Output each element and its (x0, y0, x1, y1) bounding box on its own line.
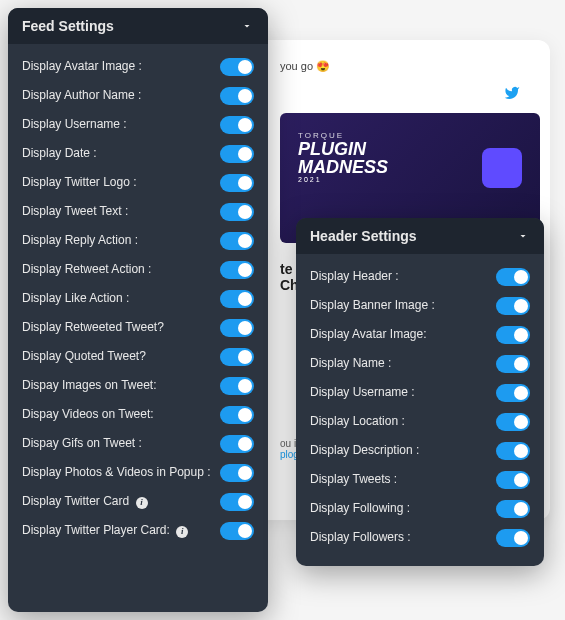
twitter-icon (504, 85, 520, 105)
feed-setting-row: Display Twitter Logo : (22, 168, 254, 197)
feed-setting-toggle[interactable] (220, 174, 254, 192)
feed-setting-label: Display Quoted Tweet? (22, 349, 220, 365)
feed-setting-label: Display Like Action : (22, 291, 220, 307)
feed-setting-label: Display Retweeted Tweet? (22, 320, 220, 336)
feed-setting-row: Display Quoted Tweet? (22, 342, 254, 371)
banner-logo-icon (482, 148, 522, 188)
header-setting-toggle[interactable] (496, 442, 530, 460)
header-setting-label: Display Name : (310, 356, 496, 372)
feed-setting-row: Display Like Action : (22, 284, 254, 313)
header-setting-toggle[interactable] (496, 297, 530, 315)
header-setting-row: Display Avatar Image: (310, 320, 530, 349)
feed-setting-toggle[interactable] (220, 203, 254, 221)
feed-setting-toggle[interactable] (220, 493, 254, 511)
header-setting-row: Display Header : (310, 262, 530, 291)
feed-setting-toggle[interactable] (220, 319, 254, 337)
feed-setting-label: Display Retweet Action : (22, 262, 220, 278)
feed-setting-toggle[interactable] (220, 348, 254, 366)
header-setting-row: Display Location : (310, 407, 530, 436)
feed-setting-label: Display Date : (22, 146, 220, 162)
feed-setting-row: Display Avatar Image : (22, 52, 254, 81)
feed-setting-label: Dispay Images on Tweet: (22, 378, 220, 394)
header-setting-label: Display Avatar Image: (310, 327, 496, 343)
info-icon[interactable]: i (176, 526, 188, 538)
feed-settings-panel: Feed Settings Display Avatar Image :Disp… (8, 8, 268, 612)
header-setting-label: Display Description : (310, 443, 496, 459)
header-setting-toggle[interactable] (496, 500, 530, 518)
feed-setting-row: Display Twitter Card i (22, 487, 254, 516)
header-setting-label: Display Header : (310, 269, 496, 285)
feed-settings-header[interactable]: Feed Settings (8, 8, 268, 44)
header-settings-body: Display Header :Display Banner Image :Di… (296, 254, 544, 566)
feed-setting-toggle[interactable] (220, 464, 254, 482)
header-setting-toggle[interactable] (496, 471, 530, 489)
feed-setting-label: Display Reply Action : (22, 233, 220, 249)
feed-setting-toggle[interactable] (220, 87, 254, 105)
header-setting-toggle[interactable] (496, 413, 530, 431)
header-settings-header[interactable]: Header Settings (296, 218, 544, 254)
header-setting-toggle[interactable] (496, 384, 530, 402)
header-setting-toggle[interactable] (496, 529, 530, 547)
header-setting-row: Display Description : (310, 436, 530, 465)
feed-setting-toggle[interactable] (220, 435, 254, 453)
feed-settings-body: Display Avatar Image :Display Author Nam… (8, 44, 268, 559)
header-setting-toggle[interactable] (496, 326, 530, 344)
feed-setting-toggle[interactable] (220, 290, 254, 308)
feed-setting-row: Display Tweet Text : (22, 197, 254, 226)
info-icon[interactable]: i (136, 497, 148, 509)
feed-setting-row: Display Author Name : (22, 81, 254, 110)
feed-setting-label: Display Twitter Logo : (22, 175, 220, 191)
feed-setting-toggle[interactable] (220, 116, 254, 134)
header-setting-label: Display Following : (310, 501, 496, 517)
header-setting-label: Display Location : (310, 414, 496, 430)
header-settings-title: Header Settings (310, 228, 417, 244)
emoji-icon: 😍 (316, 60, 330, 72)
feed-setting-row: Display Twitter Player Card: i (22, 516, 254, 545)
feed-setting-toggle[interactable] (220, 261, 254, 279)
header-setting-label: Display Followers : (310, 530, 496, 546)
feed-setting-row: Display Retweeted Tweet? (22, 313, 254, 342)
feed-setting-row: Dispay Images on Tweet: (22, 371, 254, 400)
feed-setting-label: Display Tweet Text : (22, 204, 220, 220)
banner-pretitle: TORQUE (298, 131, 522, 140)
feed-setting-label: Display Twitter Player Card: i (22, 523, 220, 539)
feed-setting-toggle[interactable] (220, 58, 254, 76)
feed-setting-toggle[interactable] (220, 522, 254, 540)
feed-setting-row: Display Date : (22, 139, 254, 168)
feed-setting-label: Display Author Name : (22, 88, 220, 104)
header-setting-row: Display Username : (310, 378, 530, 407)
header-setting-label: Display Banner Image : (310, 298, 496, 314)
feed-setting-label: Display Twitter Card i (22, 494, 220, 510)
feed-setting-toggle[interactable] (220, 377, 254, 395)
feed-setting-row: Display Photos & Videos in Popup : (22, 458, 254, 487)
feed-setting-toggle[interactable] (220, 406, 254, 424)
feed-setting-label: Dispay Videos on Tweet: (22, 407, 220, 423)
feed-setting-row: Display Reply Action : (22, 226, 254, 255)
feed-setting-row: Dispay Gifs on Tweet : (22, 429, 254, 458)
feed-setting-label: Display Avatar Image : (22, 59, 220, 75)
feed-setting-row: Display Retweet Action : (22, 255, 254, 284)
header-setting-label: Display Tweets : (310, 472, 496, 488)
header-setting-toggle[interactable] (496, 355, 530, 373)
feed-setting-row: Display Username : (22, 110, 254, 139)
header-setting-toggle[interactable] (496, 268, 530, 286)
header-setting-row: Display Banner Image : (310, 291, 530, 320)
header-setting-row: Display Followers : (310, 523, 530, 552)
feed-setting-toggle[interactable] (220, 145, 254, 163)
header-setting-label: Display Username : (310, 385, 496, 401)
feed-setting-row: Dispay Videos on Tweet: (22, 400, 254, 429)
feed-setting-label: Display Photos & Videos in Popup : (22, 465, 220, 481)
feed-setting-label: Display Username : (22, 117, 220, 133)
feed-setting-label: Dispay Gifs on Tweet : (22, 436, 220, 452)
feed-setting-toggle[interactable] (220, 232, 254, 250)
header-settings-panel: Header Settings Display Header :Display … (296, 218, 544, 566)
header-setting-row: Display Tweets : (310, 465, 530, 494)
feed-settings-title: Feed Settings (22, 18, 114, 34)
chevron-down-icon[interactable] (240, 19, 254, 33)
header-setting-row: Display Name : (310, 349, 530, 378)
header-setting-row: Display Following : (310, 494, 530, 523)
chevron-down-icon[interactable] (516, 229, 530, 243)
